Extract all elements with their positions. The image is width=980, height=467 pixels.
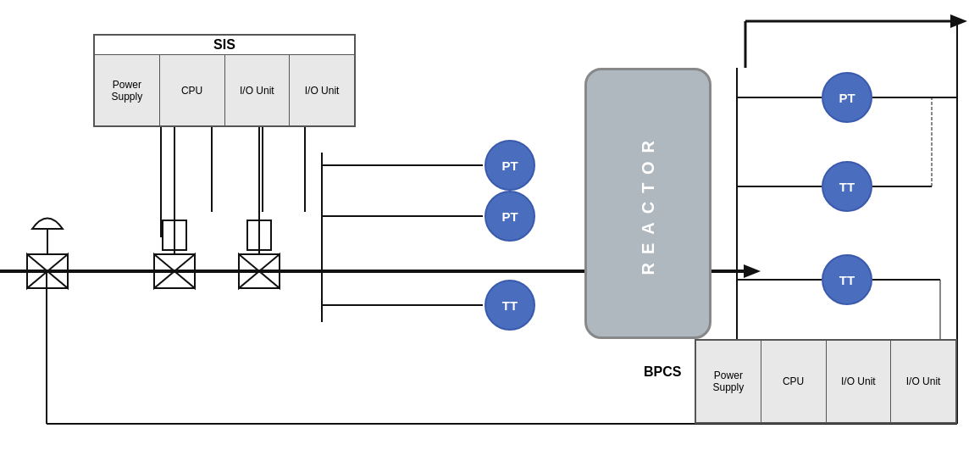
sensor-pt1: PT <box>484 140 535 191</box>
bpcs-label: BPCS <box>644 364 681 380</box>
sensor-tt-right1: TT <box>822 161 872 212</box>
svg-marker-4 <box>950 14 967 28</box>
sis-cpu: CPU <box>160 55 225 125</box>
sis-io-unit-1: I/O Unit <box>225 55 291 125</box>
sensor-tt1: TT <box>484 280 535 331</box>
diagram-canvas: SIS Power Supply CPU I/O Unit I/O Unit B… <box>0 0 980 467</box>
bpcs-cells: Power Supply CPU I/O Unit I/O Unit <box>696 341 955 422</box>
reactor-label: REACTOR <box>639 132 658 275</box>
bpcs-io-unit-1: I/O Unit <box>827 341 892 422</box>
bpcs-cpu: CPU <box>761 341 827 422</box>
svg-marker-1 <box>744 264 761 278</box>
sis-power-supply: Power Supply <box>95 55 160 125</box>
sis-cells: Power Supply CPU I/O Unit I/O Unit <box>95 55 354 125</box>
sis-label: SIS <box>95 36 354 55</box>
bpcs-panel: Power Supply CPU I/O Unit I/O Unit <box>695 339 957 424</box>
sis-io-unit-2: I/O Unit <box>290 55 354 125</box>
sensor-pt-right: PT <box>822 72 872 123</box>
sis-panel: SIS Power Supply CPU I/O Unit I/O Unit <box>93 34 356 127</box>
reactor: REACTOR <box>584 68 711 339</box>
bpcs-power-supply: Power Supply <box>696 341 761 422</box>
sensor-pt2: PT <box>484 191 535 242</box>
sensor-tt-right2: TT <box>822 254 872 305</box>
bpcs-io-unit-2: I/O Unit <box>891 341 955 422</box>
